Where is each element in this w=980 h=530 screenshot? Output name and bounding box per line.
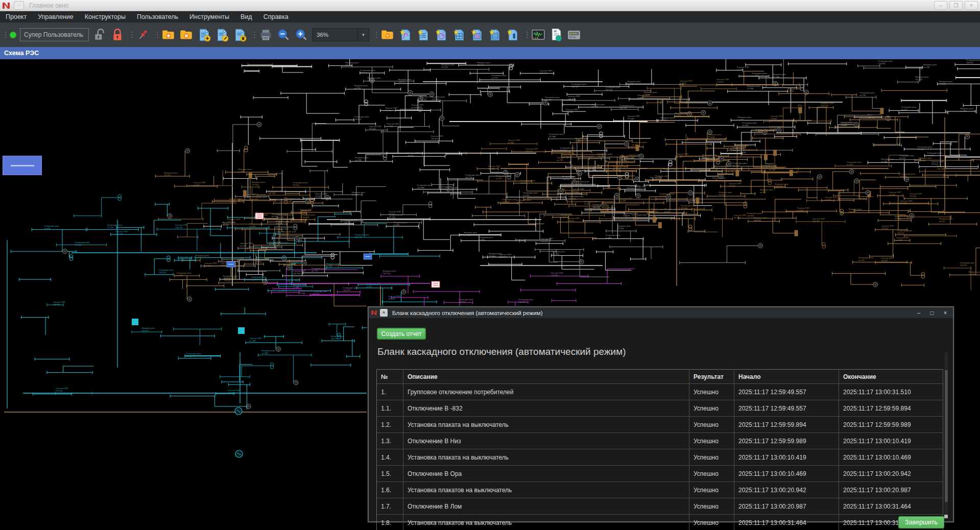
svg-text:Участок ЛЭПоп 712: Участок ЛЭПоп 712 [387,123,399,128]
toolbar-drag-handle[interactable]: ⋮ [251,32,255,37]
report-table-button[interactable] [452,27,466,42]
close-button[interactable]: × [965,1,978,10]
zoom-in-button[interactable] [294,27,308,42]
media-folder-button[interactable] [380,27,395,42]
user-status-indicator [10,32,16,38]
svg-text:Нагрузка узлаТП 169: Нагрузка узлаТП 169 [441,63,455,68]
table-scrollbar[interactable] [945,352,948,515]
print-button[interactable] [258,27,273,42]
table-row[interactable]: 1.8.Установка плакатов на выключательУсп… [377,515,943,530]
control-panel-button[interactable] [567,27,581,42]
toolbar-drag-handle[interactable]: ⋮ [2,32,6,37]
svg-text:M: M [759,244,761,247]
close-project-button[interactable] [179,27,194,42]
svg-text:M: M [288,266,290,269]
svg-text:Участок ЛЭПСШ 873: Участок ЛЭПСШ 873 [540,69,552,75]
table-row[interactable]: 1.1.Отключение В -832Успешно2025:11:17 1… [377,400,943,417]
toolbar-drag-handle[interactable]: ⋮ [373,32,377,37]
report-sheet-button[interactable] [488,27,502,42]
toolbar-drag-handle[interactable]: ⋮ [523,32,528,37]
create-report-button[interactable]: Создать отчет [377,328,426,340]
svg-text:Участок ЛЭПСШ 110: Участок ЛЭПСШ 110 [812,218,825,223]
table-cell: Успешно [689,466,734,482]
report-gauge-button[interactable] [434,27,448,42]
menu-user[interactable]: Пользователь [131,11,184,22]
folder-add-icon [161,28,176,41]
svg-text:Нагрузка узлаСШ 827: Нагрузка узлаСШ 827 [849,208,863,213]
dialog-heading: Бланк каскадного отключения (автоматичес… [377,346,626,357]
minimize-button[interactable]: – [934,1,947,10]
svg-text:Участок ЛЭПТП 678: Участок ЛЭПТП 678 [910,192,922,198]
user-name-input[interactable] [20,28,89,41]
svg-text:Нагрузка узлаоп 938: Нагрузка узлаоп 938 [355,156,369,161]
table-row[interactable]: 1.6.Установка плакатов на выключательУсп… [377,482,943,498]
dialog-collapse-button[interactable]: ^ [380,309,388,317]
titlebar-mini-button[interactable]: ∙∙ [14,1,24,10]
report-list-button[interactable] [416,27,431,42]
menu-management[interactable]: Управление [32,11,79,22]
table-cell: Установка плакатов на выключатель [403,515,689,530]
svg-text:Участок ЛЭПТП 419: Участок ЛЭПТП 419 [224,277,236,282]
report-book-icon [506,28,520,42]
table-row[interactable]: 1.7.Отключение В ЛомУспешно2025:11:17 13… [377,498,943,515]
svg-text:M: M [805,91,807,94]
dialog-titlebar[interactable]: ^ Бланк каскадного отключения (автоматич… [369,307,953,318]
report-chart-button[interactable] [398,27,413,42]
finish-button[interactable]: Завершить [898,516,944,528]
table-cell: Групповое отключение потребителей [403,384,689,400]
menu-help[interactable]: Справка [258,11,294,22]
generate-report-button[interactable] [549,27,563,42]
svg-text:Нагрузка узлаТП 746: Нагрузка узлаТП 746 [773,73,786,78]
scrollbar-thumb[interactable] [945,370,948,502]
menu-tools[interactable]: Инструменты [184,11,235,22]
lock-button[interactable] [110,27,125,42]
table-row[interactable]: 1.Групповое отключение потребителейУспеш… [377,384,943,400]
maximize-button[interactable]: ❐ [949,1,963,10]
pin-button[interactable] [136,27,150,42]
table-cell: 2025:11:17 13:00:20.987 [839,482,943,498]
toolbar-drag-handle[interactable]: ⋮ [128,32,132,37]
table-row[interactable]: 1.2.Установка плаката на выключательУспе… [377,417,943,433]
zoom-level-combobox[interactable]: 36% ▾ [312,28,369,41]
svg-text:M: M [764,131,766,134]
document-delete-button[interactable] [233,27,247,42]
svg-text:M: M [295,381,297,384]
table-cell: Успешно [689,515,734,530]
toolbar-drag-handle[interactable]: ⋮ [154,32,158,37]
dialog-logo-icon [371,309,377,316]
document-edit-button[interactable] [215,27,229,42]
dialog-maximize-button[interactable]: □ [928,309,936,317]
document-add-button[interactable] [197,27,211,42]
chevron-down-icon[interactable]: ▾ [357,29,369,41]
table-row[interactable]: 1.5.Отключение В ОраУспешно2025:11:17 13… [377,466,943,482]
dialog-body: Создать отчет Бланк каскадного отключени… [369,318,953,521]
menu-project[interactable]: Проект [0,11,32,22]
svg-text:M: M [402,290,404,293]
menu-view[interactable]: Вид [235,11,258,22]
svg-text:M: M [169,214,171,218]
unlock-button[interactable] [92,27,107,42]
svg-text:Участок ЛЭПСШ 309: Участок ЛЭПСШ 309 [293,270,305,275]
dialog-minimize-button[interactable]: – [915,309,922,317]
report-grid-button[interactable] [470,27,484,42]
table-row[interactable]: 1.3.Отключение В НизУспешно2025:11:17 12… [377,433,943,449]
svg-text:Участок ЛЭПТП 115: Участок ЛЭПТП 115 [680,80,692,85]
zoom-out-button[interactable] [276,27,291,42]
svg-text:Генерация узлаоп 293: Генерация узлаоп 293 [278,213,293,219]
scheme-canvas[interactable]: Участок ЛЭПТП 348Нагрузка узлаТП 169Нагр… [0,59,980,530]
menu-constructors[interactable]: Конструкторы [79,11,131,22]
report-chart-icon [399,28,413,42]
table-cell: Успешно [689,433,734,449]
app-logo-icon [2,2,11,10]
table-row[interactable]: 1.4.Установка плаката на выключательУспе… [377,449,943,466]
svg-text:M: M [709,102,711,105]
os-titlebar[interactable]: ∙∙ Главное окно – ❐ × [0,0,980,11]
report-book-button[interactable] [506,27,520,42]
svg-text:Нагрузка узлаоп 344: Нагрузка узлаоп 344 [881,158,895,163]
svg-text:M: M [616,194,618,197]
dialog-close-button[interactable]: × [942,309,949,317]
open-project-button[interactable] [161,27,176,42]
oscilloscope-button[interactable] [531,27,545,42]
svg-text:Нагрузка узлаоп 998: Нагрузка узлаоп 998 [293,284,306,289]
svg-text:Нагрузка узлаТП 190: Нагрузка узлаТП 190 [661,116,675,122]
